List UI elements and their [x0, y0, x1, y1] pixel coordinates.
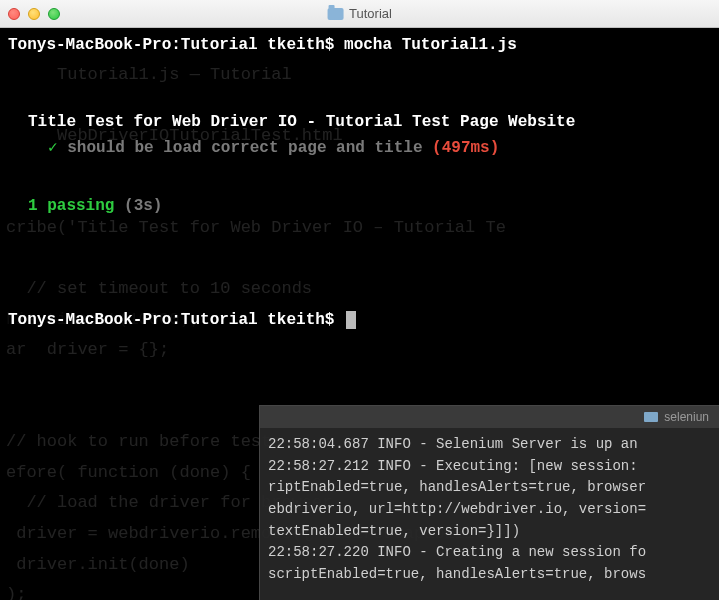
test-result-line: ✓ should be load correct page and title … — [28, 136, 719, 162]
overlay-title-text: seleniun — [664, 410, 709, 424]
test-summary: 1 passing (3s) — [0, 161, 719, 215]
window-titlebar: Tutorial — [0, 0, 719, 28]
folder-icon — [644, 412, 658, 422]
terminal[interactable]: Tutorial1.js — Tutorial WebDriverIOTutor… — [0, 28, 719, 600]
selenium-log-output: 22:58:04.687 INFO - Selenium Server is u… — [260, 428, 719, 592]
suite-title: Title Test for Web Driver IO - Tutorial … — [28, 110, 719, 136]
test-duration: (497ms) — [432, 139, 499, 157]
prompt-command: mocha Tutorial1.js — [334, 36, 516, 54]
checkmark-icon: ✓ — [48, 139, 58, 157]
prompt-prefix: Tonys-MacBook-Pro:Tutorial tkeith$ — [8, 311, 344, 329]
prompt-line-2[interactable]: Tonys-MacBook-Pro:Tutorial tkeith$ — [0, 303, 719, 337]
overlay-titlebar: seleniun — [260, 406, 719, 428]
cursor-icon — [346, 311, 356, 329]
close-icon[interactable] — [8, 8, 20, 20]
window-title-text: Tutorial — [349, 6, 392, 21]
minimize-icon[interactable] — [28, 8, 40, 20]
traffic-lights — [8, 8, 60, 20]
prompt-line-1: Tonys-MacBook-Pro:Tutorial tkeith$ mocha… — [0, 28, 719, 62]
summary-time: (3s) — [114, 197, 162, 215]
passing-count: 1 passing — [28, 197, 114, 215]
maximize-icon[interactable] — [48, 8, 60, 20]
test-name: should be load correct page and title — [58, 139, 432, 157]
folder-icon — [327, 8, 343, 20]
selenium-log-window: seleniun 22:58:04.687 INFO - Selenium Se… — [259, 405, 719, 600]
prompt-prefix: Tonys-MacBook-Pro:Tutorial tkeith$ — [8, 36, 334, 54]
test-output: Title Test for Web Driver IO - Tutorial … — [0, 62, 719, 161]
window-title: Tutorial — [327, 6, 392, 21]
